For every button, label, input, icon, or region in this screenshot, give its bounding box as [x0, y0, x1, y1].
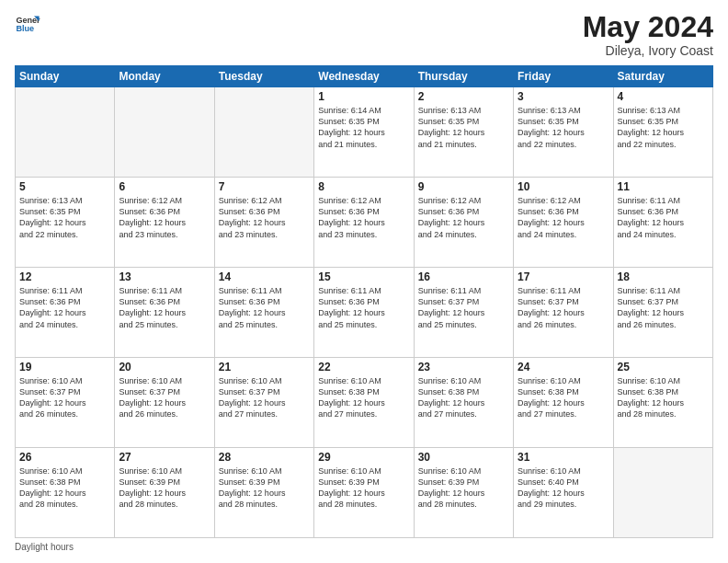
day-number: 8: [318, 180, 409, 193]
day-number: 19: [19, 361, 110, 373]
week-row-3: 12Sunrise: 6:11 AM Sunset: 6:36 PM Dayli…: [16, 268, 713, 358]
day-number: 7: [219, 180, 310, 193]
calendar-cell: [214, 87, 313, 178]
calendar-cell: 6Sunrise: 6:12 AM Sunset: 6:36 PM Daylig…: [115, 178, 214, 268]
calendar-cell: 9Sunrise: 6:12 AM Sunset: 6:36 PM Daylig…: [414, 178, 513, 268]
calendar-cell: 1Sunrise: 6:14 AM Sunset: 6:35 PM Daylig…: [314, 87, 414, 178]
day-info: Sunrise: 6:10 AM Sunset: 6:39 PM Dayligh…: [219, 465, 310, 511]
calendar-cell: 2Sunrise: 6:13 AM Sunset: 6:35 PM Daylig…: [414, 87, 513, 178]
calendar-cell: 11Sunrise: 6:11 AM Sunset: 6:36 PM Dayli…: [613, 178, 712, 268]
weekday-header-row: SundayMondayTuesdayWednesdayThursdayFrid…: [16, 66, 713, 87]
calendar-cell: 15Sunrise: 6:11 AM Sunset: 6:36 PM Dayli…: [314, 268, 414, 358]
day-info: Sunrise: 6:10 AM Sunset: 6:37 PM Dayligh…: [219, 375, 310, 420]
day-number: 1: [318, 90, 409, 103]
calendar-cell: 26Sunrise: 6:10 AM Sunset: 6:38 PM Dayli…: [16, 448, 115, 538]
day-info: Sunrise: 6:13 AM Sunset: 6:35 PM Dayligh…: [618, 105, 709, 150]
day-number: 2: [418, 90, 509, 103]
calendar-cell: 31Sunrise: 6:10 AM Sunset: 6:40 PM Dayli…: [514, 448, 613, 538]
weekday-header-friday: Friday: [514, 66, 613, 87]
calendar-cell: 17Sunrise: 6:11 AM Sunset: 6:37 PM Dayli…: [514, 268, 613, 358]
day-number: 24: [518, 361, 609, 373]
calendar-cell: 10Sunrise: 6:12 AM Sunset: 6:36 PM Dayli…: [514, 178, 613, 268]
calendar-cell: 16Sunrise: 6:11 AM Sunset: 6:37 PM Dayli…: [414, 268, 513, 358]
page: General Blue May 2024 Dileya, Ivory Coas…: [0, 0, 728, 563]
weekday-header-monday: Monday: [115, 66, 214, 87]
day-info: Sunrise: 6:10 AM Sunset: 6:37 PM Dayligh…: [119, 375, 210, 420]
weekday-header-tuesday: Tuesday: [214, 66, 313, 87]
calendar-cell: 29Sunrise: 6:10 AM Sunset: 6:39 PM Dayli…: [314, 448, 414, 538]
day-number: 13: [119, 270, 210, 283]
daylight-label: Daylight hours: [15, 542, 74, 552]
day-number: 30: [418, 451, 509, 464]
calendar-cell: 19Sunrise: 6:10 AM Sunset: 6:37 PM Dayli…: [16, 358, 115, 448]
location-subtitle: Dileya, Ivory Coast: [583, 43, 713, 58]
day-info: Sunrise: 6:10 AM Sunset: 6:37 PM Dayligh…: [19, 375, 110, 420]
day-info: Sunrise: 6:11 AM Sunset: 6:37 PM Dayligh…: [518, 285, 609, 330]
week-row-1: 1Sunrise: 6:14 AM Sunset: 6:35 PM Daylig…: [16, 87, 713, 178]
day-number: 9: [418, 180, 509, 193]
day-number: 20: [119, 361, 210, 373]
day-info: Sunrise: 6:10 AM Sunset: 6:39 PM Dayligh…: [119, 465, 210, 511]
calendar-cell: 27Sunrise: 6:10 AM Sunset: 6:39 PM Dayli…: [115, 448, 214, 538]
day-info: Sunrise: 6:10 AM Sunset: 6:38 PM Dayligh…: [19, 465, 110, 511]
day-info: Sunrise: 6:11 AM Sunset: 6:36 PM Dayligh…: [19, 285, 110, 330]
day-number: 15: [318, 270, 409, 283]
calendar-cell: 24Sunrise: 6:10 AM Sunset: 6:38 PM Dayli…: [514, 358, 613, 448]
day-info: Sunrise: 6:11 AM Sunset: 6:36 PM Dayligh…: [618, 195, 709, 240]
day-info: Sunrise: 6:13 AM Sunset: 6:35 PM Dayligh…: [19, 195, 110, 240]
calendar-cell: [16, 87, 115, 178]
calendar-cell: 20Sunrise: 6:10 AM Sunset: 6:37 PM Dayli…: [115, 358, 214, 448]
day-info: Sunrise: 6:10 AM Sunset: 6:39 PM Dayligh…: [318, 465, 409, 511]
day-number: 22: [318, 361, 409, 373]
calendar-cell: 7Sunrise: 6:12 AM Sunset: 6:36 PM Daylig…: [214, 178, 313, 268]
day-info: Sunrise: 6:11 AM Sunset: 6:37 PM Dayligh…: [418, 285, 509, 330]
day-info: Sunrise: 6:11 AM Sunset: 6:36 PM Dayligh…: [219, 285, 310, 330]
day-number: 12: [19, 270, 110, 283]
day-info: Sunrise: 6:14 AM Sunset: 6:35 PM Dayligh…: [318, 105, 409, 150]
calendar-cell: 18Sunrise: 6:11 AM Sunset: 6:37 PM Dayli…: [613, 268, 712, 358]
day-info: Sunrise: 6:10 AM Sunset: 6:38 PM Dayligh…: [518, 375, 609, 420]
day-number: 6: [119, 180, 210, 193]
header: General Blue May 2024 Dileya, Ivory Coas…: [15, 11, 713, 58]
day-info: Sunrise: 6:12 AM Sunset: 6:36 PM Dayligh…: [418, 195, 509, 240]
day-info: Sunrise: 6:12 AM Sunset: 6:36 PM Dayligh…: [119, 195, 210, 240]
calendar-cell: 4Sunrise: 6:13 AM Sunset: 6:35 PM Daylig…: [613, 87, 712, 178]
day-number: 11: [618, 180, 709, 193]
logo: General Blue: [15, 11, 40, 37]
day-info: Sunrise: 6:10 AM Sunset: 6:40 PM Dayligh…: [518, 465, 609, 511]
day-number: 31: [518, 451, 609, 464]
weekday-header-sunday: Sunday: [16, 66, 115, 87]
month-title: May 2024: [583, 11, 713, 43]
calendar-cell: 14Sunrise: 6:11 AM Sunset: 6:36 PM Dayli…: [214, 268, 313, 358]
day-number: 3: [518, 90, 609, 103]
calendar-table: SundayMondayTuesdayWednesdayThursdayFrid…: [15, 65, 713, 538]
day-info: Sunrise: 6:10 AM Sunset: 6:38 PM Dayligh…: [618, 375, 709, 420]
day-number: 23: [418, 361, 509, 373]
calendar-cell: 28Sunrise: 6:10 AM Sunset: 6:39 PM Dayli…: [214, 448, 313, 538]
day-number: 17: [518, 270, 609, 283]
day-info: Sunrise: 6:11 AM Sunset: 6:36 PM Dayligh…: [119, 285, 210, 330]
day-number: 14: [219, 270, 310, 283]
logo-icon: General Blue: [15, 11, 40, 37]
day-number: 4: [618, 90, 709, 103]
day-number: 10: [518, 180, 609, 193]
day-info: Sunrise: 6:10 AM Sunset: 6:38 PM Dayligh…: [418, 375, 509, 420]
calendar-cell: 30Sunrise: 6:10 AM Sunset: 6:39 PM Dayli…: [414, 448, 513, 538]
footer-note: Daylight hours: [15, 542, 713, 552]
day-number: 21: [219, 361, 310, 373]
calendar-cell: 23Sunrise: 6:10 AM Sunset: 6:38 PM Dayli…: [414, 358, 513, 448]
day-info: Sunrise: 6:12 AM Sunset: 6:36 PM Dayligh…: [219, 195, 310, 240]
calendar-cell: 13Sunrise: 6:11 AM Sunset: 6:36 PM Dayli…: [115, 268, 214, 358]
weekday-header-wednesday: Wednesday: [314, 66, 414, 87]
calendar-cell: [115, 87, 214, 178]
calendar-cell: 12Sunrise: 6:11 AM Sunset: 6:36 PM Dayli…: [16, 268, 115, 358]
calendar-cell: 22Sunrise: 6:10 AM Sunset: 6:38 PM Dayli…: [314, 358, 414, 448]
weekday-header-thursday: Thursday: [414, 66, 513, 87]
calendar-cell: 5Sunrise: 6:13 AM Sunset: 6:35 PM Daylig…: [16, 178, 115, 268]
day-number: 18: [618, 270, 709, 283]
calendar-cell: [613, 448, 712, 538]
day-info: Sunrise: 6:12 AM Sunset: 6:36 PM Dayligh…: [518, 195, 609, 240]
svg-text:Blue: Blue: [16, 24, 34, 33]
day-number: 16: [418, 270, 509, 283]
day-number: 27: [119, 451, 210, 464]
